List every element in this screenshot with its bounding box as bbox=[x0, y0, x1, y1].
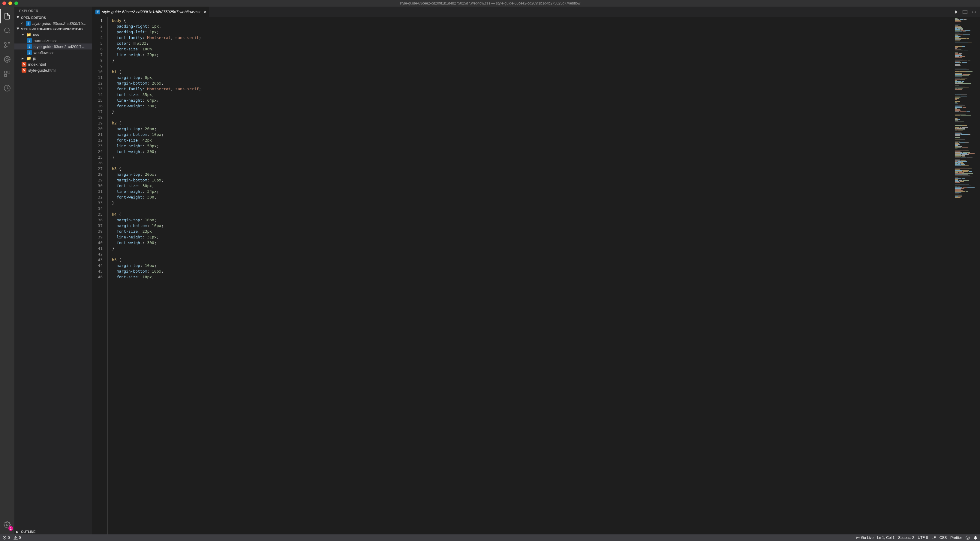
folder-item[interactable]: ▼📁css bbox=[14, 32, 92, 38]
file-item[interactable]: #style-guide-63cee2-cd209f1… bbox=[14, 43, 92, 49]
explorer-icon[interactable] bbox=[0, 9, 14, 24]
live-share-icon[interactable] bbox=[0, 81, 14, 95]
debug-icon[interactable] bbox=[0, 52, 14, 67]
source-control-icon[interactable] bbox=[0, 38, 14, 52]
svg-point-10 bbox=[6, 524, 8, 526]
tree-item-name: js bbox=[33, 56, 36, 60]
css-file-icon: # bbox=[95, 10, 100, 14]
window-maximize-button[interactable] bbox=[14, 2, 18, 5]
status-prettier[interactable]: Prettier bbox=[950, 536, 962, 540]
folder-item[interactable]: ▶📁js bbox=[14, 56, 92, 61]
status-language[interactable]: CSS bbox=[940, 536, 947, 540]
minimap[interactable] bbox=[953, 17, 980, 535]
editor-tab[interactable]: #style-guide-63cee2-cd209f1b1d4b275025d7… bbox=[92, 6, 210, 17]
html-file-icon: 5 bbox=[22, 68, 26, 73]
status-encoding[interactable]: UTF-8 bbox=[918, 536, 928, 540]
search-icon[interactable] bbox=[0, 24, 14, 38]
svg-point-19 bbox=[857, 537, 859, 538]
svg-point-22 bbox=[968, 537, 969, 538]
tree-item-name: css bbox=[33, 32, 39, 37]
editor-pane[interactable]: 1234567891011121314151617181920212223242… bbox=[92, 17, 953, 535]
titlebar: style-guide-63cee2-cd209f1b1d4b275025d7.… bbox=[0, 0, 980, 6]
chevron-icon: ▶ bbox=[22, 57, 25, 60]
statusbar: 0 0 Go Live Ln 1, Col 1 Spaces: 2 UTF-8 … bbox=[0, 535, 980, 541]
open-editors-label: OPEN EDITORS bbox=[21, 16, 46, 19]
html-file-icon: 5 bbox=[22, 62, 26, 67]
extensions-icon[interactable] bbox=[0, 67, 14, 81]
svg-point-21 bbox=[967, 537, 967, 538]
outline-label: OUTLINE bbox=[21, 530, 35, 533]
svg-point-1 bbox=[8, 42, 10, 44]
window-title: style-guide-63cee2-cd209f1b1d4b275025d7.… bbox=[400, 1, 580, 5]
status-eol[interactable]: LF bbox=[932, 536, 936, 540]
chevron-down-icon: ▶ bbox=[16, 16, 20, 19]
svg-rect-7 bbox=[8, 71, 10, 73]
open-editor-item[interactable]: ×#style-guide-63cee2-cd209f1b… bbox=[14, 21, 92, 26]
status-cursor[interactable]: Ln 1, Col 1 bbox=[877, 536, 894, 540]
tree-item-name: normalize.css bbox=[33, 38, 57, 43]
split-editor-icon[interactable] bbox=[963, 10, 967, 14]
close-tab-icon[interactable]: × bbox=[204, 10, 206, 14]
settings-icon[interactable]: 1 bbox=[0, 517, 14, 532]
gutter: 1234567891011121314151617181920212223242… bbox=[92, 17, 107, 535]
tab-bar: #style-guide-63cee2-cd209f1b1d4b275025d7… bbox=[92, 6, 980, 17]
settings-badge: 1 bbox=[8, 526, 13, 531]
open-editors-header[interactable]: ▶ OPEN EDITORS bbox=[14, 15, 92, 21]
svg-rect-6 bbox=[5, 71, 6, 73]
outline-header[interactable]: ▶ OUTLINE bbox=[14, 529, 92, 535]
status-feedback-icon[interactable] bbox=[966, 536, 970, 540]
tree-item-name: webflow.css bbox=[33, 51, 54, 55]
status-indent[interactable]: Spaces: 2 bbox=[898, 536, 914, 540]
close-icon[interactable]: × bbox=[19, 21, 24, 26]
svg-point-13 bbox=[972, 11, 973, 12]
svg-point-20 bbox=[966, 536, 969, 539]
workspace-header[interactable]: ▶ STYLE-GUIDE-63CEE2-CD209F1B1D4B… bbox=[14, 26, 92, 32]
activity-bar: 1 bbox=[0, 6, 14, 535]
tab-name: style-guide-63cee2-cd209f1b1d4b275025d7.… bbox=[102, 10, 200, 14]
file-item[interactable]: 5index.html bbox=[14, 61, 92, 67]
sidebar-title: EXPLORER bbox=[14, 6, 92, 15]
open-editor-name: style-guide-63cee2-cd209f1b… bbox=[32, 21, 87, 26]
run-icon[interactable] bbox=[954, 10, 958, 14]
css-file-icon: # bbox=[27, 50, 32, 55]
css-file-icon: # bbox=[27, 44, 32, 49]
css-file-icon: # bbox=[26, 21, 30, 26]
folder-icon: 📁 bbox=[26, 32, 31, 37]
svg-rect-8 bbox=[5, 75, 6, 76]
workspace-name: STYLE-GUIDE-63CEE2-CD209F1B1D4B… bbox=[21, 27, 86, 31]
status-errors[interactable]: 0 bbox=[2, 536, 10, 540]
svg-point-15 bbox=[975, 11, 976, 12]
status-warnings[interactable]: 0 bbox=[13, 536, 21, 540]
css-file-icon: # bbox=[27, 38, 32, 43]
status-go-live[interactable]: Go Live bbox=[856, 536, 873, 540]
sidebar: EXPLORER ▶ OPEN EDITORS ×#style-guide-63… bbox=[14, 6, 92, 535]
window-close-button[interactable] bbox=[2, 2, 6, 5]
svg-point-5 bbox=[6, 58, 8, 60]
file-item[interactable]: 5style-guide.html bbox=[14, 67, 92, 73]
svg-point-14 bbox=[974, 11, 975, 12]
folder-icon: 📁 bbox=[26, 56, 31, 60]
svg-point-3 bbox=[5, 42, 6, 44]
svg-point-0 bbox=[5, 28, 9, 33]
chevron-right-icon: ▶ bbox=[16, 530, 20, 533]
chevron-down-icon: ▶ bbox=[16, 27, 20, 31]
window-minimize-button[interactable] bbox=[8, 2, 12, 5]
tree-item-name: style-guide.html bbox=[28, 68, 56, 73]
tree-item-name: style-guide-63cee2-cd209f1… bbox=[33, 44, 86, 49]
file-item[interactable]: #webflow.css bbox=[14, 49, 92, 56]
chevron-icon: ▼ bbox=[22, 33, 25, 36]
file-item[interactable]: #normalize.css bbox=[14, 38, 92, 43]
tree-item-name: index.html bbox=[28, 62, 46, 67]
status-bell-icon[interactable] bbox=[974, 536, 978, 540]
more-actions-icon[interactable] bbox=[972, 10, 977, 14]
code-area[interactable]: body { padding-right: 1px; padding-left:… bbox=[107, 17, 953, 535]
